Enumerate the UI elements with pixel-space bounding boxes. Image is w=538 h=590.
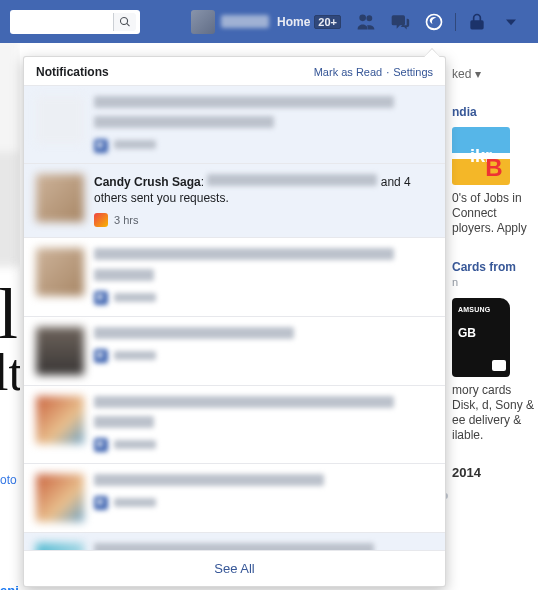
ad-title-2[interactable]: Cards from [452, 260, 538, 274]
ad-domain-fragment: n [452, 276, 538, 288]
globe-icon [94, 496, 108, 510]
notification-item[interactable] [24, 463, 445, 532]
ad-text-2: mory cards Disk, d, Sony & ee delivery &… [452, 383, 538, 443]
globe-icon [94, 349, 108, 363]
story-name-fragment[interactable]: eni [0, 583, 19, 590]
settings-caret-icon[interactable]: ▾ [475, 67, 481, 81]
notification-item[interactable] [24, 85, 445, 163]
notification-avatar [36, 396, 84, 444]
dropdown-footer: See All [24, 550, 445, 586]
notifications-dropdown: Notifications Mark as Read · Settings Ca… [23, 56, 446, 587]
notification-item[interactable] [24, 237, 445, 315]
ad-title-1[interactable]: ndia [452, 105, 538, 119]
privacy-lock-icon[interactable] [466, 11, 488, 33]
notification-time: 3 hrs [114, 213, 138, 228]
notification-settings-link[interactable]: Settings [393, 66, 433, 78]
notification-avatar [36, 96, 84, 144]
home-count-badge: 20+ [314, 15, 341, 29]
notification-item[interactable]: Candy Crush Saga: and 4 others sent you … [24, 163, 445, 237]
notification-avatar [36, 474, 84, 522]
left-column: l lt oto eni ago👥 [0, 43, 20, 590]
globe-icon [94, 139, 108, 153]
dropdown-header: Notifications Mark as Read · Settings [24, 57, 445, 85]
messages-icon[interactable] [389, 11, 411, 33]
navbar-separator [455, 13, 456, 31]
profile-cover-fragment [0, 43, 20, 267]
friend-requests-icon[interactable] [355, 11, 377, 33]
notification-text: Candy Crush Saga: and 4 others sent you … [94, 175, 411, 205]
ad-image-2[interactable]: AMSUNG GB [452, 298, 510, 377]
notification-avatar [36, 248, 84, 296]
account-menu-caret-icon[interactable] [500, 11, 522, 33]
timeline-year[interactable]: 2014 [452, 465, 538, 480]
notifications-icon[interactable] [423, 11, 445, 33]
ad-image-1[interactable]: ikr B [452, 127, 510, 185]
notification-avatar [36, 327, 84, 375]
notification-item[interactable] [24, 385, 445, 463]
mark-as-read-link[interactable]: Mark as Read [314, 66, 382, 78]
ad-text-1: 0's of Jobs in Connect ployers. Apply [452, 191, 538, 236]
search-input[interactable] [10, 10, 140, 34]
home-link[interactable]: Home 20+ [277, 15, 341, 29]
serif-letter-2: lt [0, 343, 20, 402]
search-icon[interactable] [113, 13, 136, 31]
notification-avatar [36, 543, 84, 550]
notification-avatar [36, 174, 84, 222]
profile-name[interactable] [221, 15, 269, 28]
notification-item[interactable] [24, 532, 445, 550]
see-all-link[interactable]: See All [214, 561, 254, 576]
dropdown-title: Notifications [36, 65, 109, 79]
notification-list: Candy Crush Saga: and 4 others sent you … [24, 85, 445, 550]
globe-icon [94, 438, 108, 452]
profile-avatar[interactable] [191, 10, 215, 34]
app-icon [94, 213, 108, 227]
notification-item[interactable] [24, 316, 445, 385]
globe-icon [94, 291, 108, 305]
sponsored-fragment: ked ▾ [452, 67, 538, 81]
top-navbar: Home 20+ [0, 0, 538, 43]
add-photo-link[interactable]: oto [0, 473, 17, 487]
right-column: ked ▾ ndia ikr B 0's of Jobs in Connect … [448, 43, 538, 590]
